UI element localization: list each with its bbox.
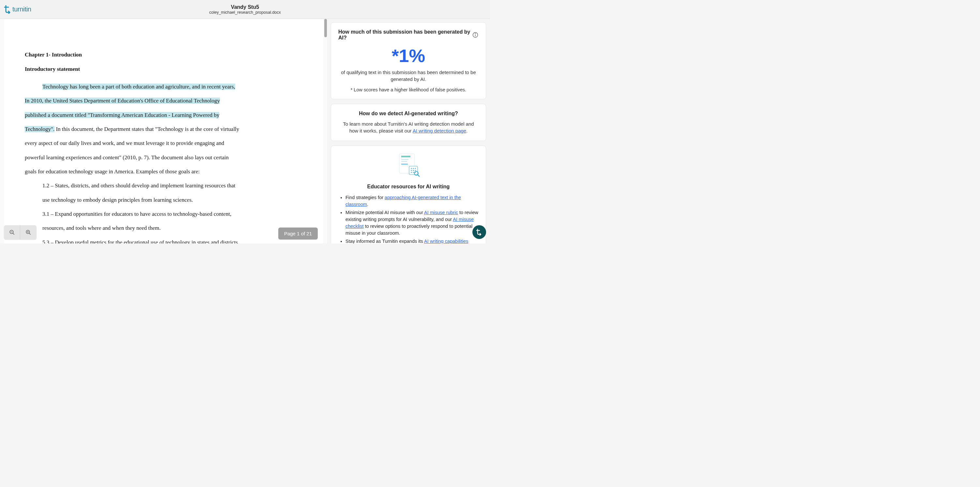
resources-title: Educator resources for AI writing (338, 184, 479, 190)
list-item: Find strategies for approaching AI-gener… (345, 194, 479, 208)
list-item: Stay informed as Turnitin expands its AI… (345, 238, 479, 244)
file-name: coley_michael_research_proposal.docx (209, 10, 281, 15)
svg-rect-13 (401, 161, 407, 162)
goal-item: resources, and tools where and when they… (25, 221, 302, 235)
ai-detection-page-link[interactable]: AI writing detection page (413, 128, 466, 134)
ai-sidebar: How much of this submission has been gen… (327, 19, 490, 244)
svg-point-22 (411, 172, 412, 172)
resources-illustration (338, 152, 479, 178)
ai-percent-value: *1% (338, 47, 479, 65)
header-title-block: Vandy Stu5 coley_michael_research_propos… (209, 4, 281, 15)
zoom-in-button[interactable] (20, 225, 37, 240)
turnitin-icon (4, 5, 11, 14)
scrollbar-thumb[interactable] (324, 19, 327, 37)
document-page: Chapter 1- Introduction Introductory sta… (4, 19, 323, 244)
svg-rect-14 (401, 163, 408, 165)
resources-card: Educator resources for AI writing Find s… (331, 145, 486, 244)
goal-item: 3.1 – Expand opportunities for educators… (25, 207, 302, 221)
ai-score-card: How much of this submission has been gen… (331, 22, 486, 99)
student-name: Vandy Stu5 (209, 4, 281, 10)
svg-point-17 (413, 168, 414, 169)
svg-point-19 (411, 170, 412, 171)
info-icon[interactable] (472, 32, 479, 38)
zoom-out-button[interactable] (4, 225, 20, 240)
body-text: powerful learning experiences and conten… (25, 150, 302, 164)
svg-rect-11 (401, 156, 410, 157)
svg-line-1 (13, 233, 14, 235)
svg-point-23 (413, 172, 414, 172)
ai-misuse-rubric-link[interactable]: AI misuse rubric (424, 210, 458, 215)
ai-score-question: How much of this submission has been gen… (338, 29, 472, 41)
svg-point-16 (411, 168, 412, 169)
page-indicator: Page 1 of 21 (278, 227, 318, 240)
detect-body: To learn more about Turnitin's AI writin… (338, 120, 479, 134)
highlighted-text: In 2010, the United States Department of… (25, 97, 220, 104)
goal-item: 1.2 – States, districts, and others shou… (25, 179, 302, 193)
highlighted-text: published a document titled "Transformin… (25, 112, 219, 118)
brand-logo[interactable]: turnitin (4, 5, 31, 14)
body-text: goals for education technology usage in … (25, 164, 302, 179)
app-header: turnitin Vandy Stu5 coley_michael_resear… (0, 0, 490, 19)
svg-line-26 (418, 175, 420, 177)
help-fab[interactable] (473, 225, 486, 239)
svg-point-20 (413, 170, 414, 171)
goal-item: 5.3 – Develop useful metrics for the edu… (25, 235, 302, 244)
svg-point-21 (415, 170, 415, 171)
detect-title: How do we detect AI-generated writing? (338, 111, 479, 117)
document-viewer[interactable]: Chapter 1- Introduction Introductory sta… (0, 19, 327, 244)
body-text: In this document, the Department states … (54, 126, 239, 132)
svg-rect-12 (401, 159, 409, 160)
ai-percent-description: of qualifying text in this submission ha… (338, 69, 479, 83)
zoom-controls (4, 225, 37, 240)
highlighted-text: Technology". (25, 126, 54, 132)
list-item: Minimize potential AI misuse with our AI… (345, 209, 479, 236)
detect-info-card: How do we detect AI-generated writing? T… (331, 104, 486, 141)
goal-item: use technology to embody design principl… (25, 193, 302, 207)
ai-percent-note: * Low scores have a higher likelihood of… (338, 87, 479, 93)
main-area: Chapter 1- Introduction Introductory sta… (0, 19, 490, 244)
section-heading: Introductory statement (25, 66, 302, 72)
resources-list: Find strategies for approaching AI-gener… (338, 194, 479, 244)
highlighted-text: Technology has long been a part of both … (42, 83, 235, 90)
chapter-heading: Chapter 1- Introduction (25, 51, 302, 58)
svg-line-4 (29, 233, 31, 235)
brand-text: turnitin (13, 6, 31, 13)
ai-writing-capabilities-link[interactable]: AI writing capabilities (424, 239, 468, 244)
svg-point-18 (415, 168, 415, 169)
document-body: Technology has long been a part of both … (25, 80, 302, 244)
body-text: every aspect of our daily lives and work… (25, 136, 302, 150)
